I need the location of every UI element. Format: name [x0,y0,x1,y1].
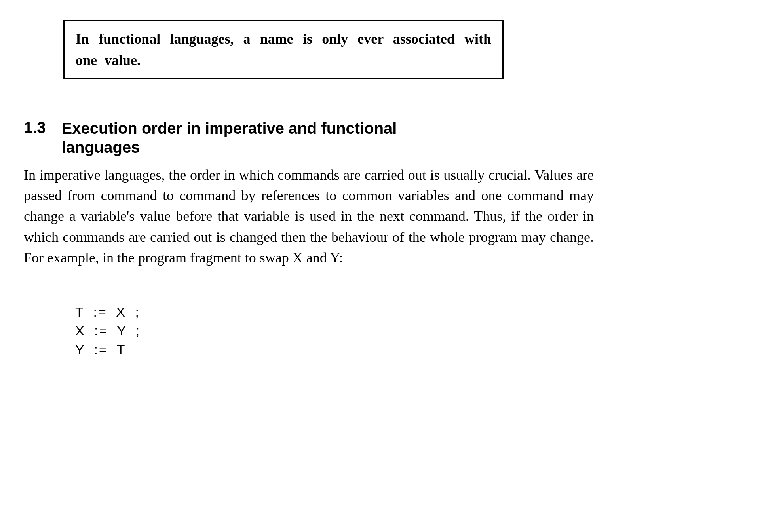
section-title: Execution order in imperative and functi… [62,119,458,157]
body-paragraph: In imperative languages, the order in wh… [24,165,594,268]
callout-text: In functional languages, a name is only … [76,28,491,71]
code-line: X := Y ; [75,323,141,338]
section-heading: 1.3 Execution order in imperative and fu… [24,119,728,157]
code-line: T := X ; [75,304,140,319]
callout-box: In functional languages, a name is only … [63,20,504,79]
code-line: Y := T [75,342,126,357]
code-block: T := X ; X := Y ; Y := T [75,284,740,359]
section-number: 1.3 [24,119,46,137]
